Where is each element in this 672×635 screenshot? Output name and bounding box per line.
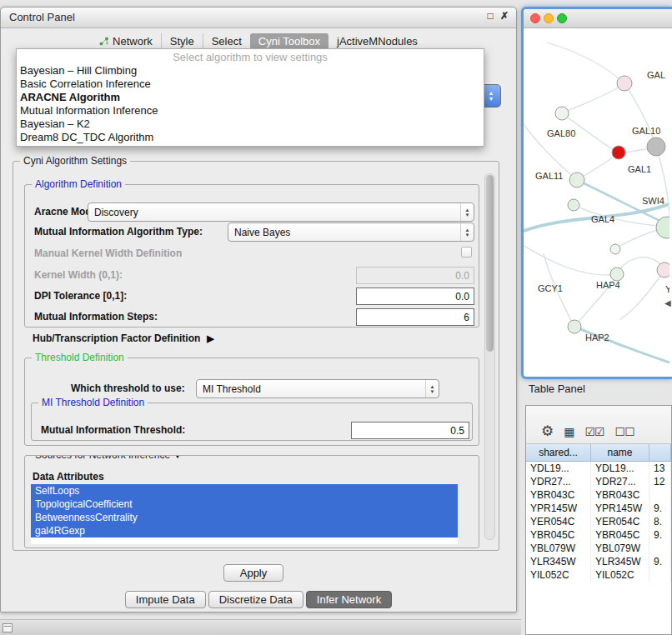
table-cell: YDL19... [526,462,591,475]
network-edge [547,42,624,83]
unchecked-boxes-icon[interactable]: ☐☐ [615,425,634,438]
aracne-mode-select[interactable]: Discovery [88,202,474,222]
attribute-list-item[interactable]: TopologicalCoefficient [31,498,458,511]
table-cell [649,542,671,555]
algorithm-option[interactable]: Bayesian – K2 [17,118,484,131]
network-canvas[interactable]: GALGAL80GAL10GAL11GAL1SWI4GAL4GCY1HAP4YH… [524,28,669,378]
table-cell: YPR145W [591,502,649,515]
network-node[interactable] [555,107,569,120]
tab-select[interactable]: Select [203,33,250,49]
column-header[interactable]: name [591,444,649,462]
mi-steps-input[interactable] [356,308,474,326]
table-row[interactable]: YBL079WYBL079W [526,542,671,555]
close-window-icon[interactable] [499,10,510,23]
panel-toggle-icon[interactable] [3,623,13,632]
table-row[interactable]: YDR27...YDR27...12 [526,475,671,488]
network-node-label: GAL [647,70,665,80]
algorithm-option[interactable]: Basic Correlation Inference [17,78,484,91]
tab-style[interactable]: Style [161,33,203,49]
table-row[interactable]: YBR045CYBR045C9. [526,528,671,542]
network-node[interactable] [610,268,624,281]
table-cell [649,568,671,582]
network-icon [99,37,109,46]
splitter-collapse-icon[interactable] [664,298,671,308]
tab-network[interactable]: Network [91,33,161,49]
checked-boxes-icon[interactable]: ☑☑ [584,425,604,438]
network-edge [617,258,663,274]
manual-kernel-label: Manual Kernel Width Definition [34,248,182,259]
attribute-list-item[interactable]: gal4RGexp [31,524,458,538]
threshold-definition-title: Threshold Definition [32,352,128,363]
algorithm-placeholder-option[interactable]: Select algorithm to view settings [17,51,484,64]
network-node[interactable] [568,199,579,211]
mi-type-value: Naive Bayes [228,227,460,238]
settings-scrollbar[interactable] [484,173,495,540]
network-node-label: GAL10 [632,126,660,136]
table-cell: 9. [649,555,671,568]
bottom-tab-impute-data[interactable]: Impute Data [125,591,206,608]
window-zoom-button[interactable] [557,13,567,23]
tab-label: jActiveMNodules [337,35,418,48]
network-edge [524,246,610,275]
table-cell: YBL079W [591,542,649,555]
scrollbar-thumb[interactable] [486,175,494,352]
network-window-titlebar [524,9,672,28]
algorithm-definition-title: Algorithm Definition [32,178,125,190]
mi-threshold-input[interactable] [351,422,469,439]
column-header[interactable] [649,444,671,462]
bottom-tab-infer-network[interactable]: Infer Network [306,591,392,608]
tab-label: Cyni Toolbox [258,35,320,48]
table-row[interactable]: YLR345WYLR345W9. [526,555,671,568]
column-header[interactable]: shared... [526,444,591,462]
table-cell [649,488,671,502]
table-row[interactable]: YPR145WYPR145W9. [526,502,671,515]
tab-cyni-toolbox[interactable]: Cyni Toolbox [250,33,328,49]
table-cell: YLR345W [526,555,591,568]
algorithm-option[interactable]: Bayesian – Hill Climbing [17,64,484,78]
combo-arrows-icon [460,203,474,221]
tab-label: Network [113,35,153,48]
sources-title-row[interactable]: Sources for Network Inference [32,455,185,461]
network-node-label: GAL11 [535,171,563,181]
hub-definition-expander[interactable]: Hub/Transcription Factor Definition [33,332,214,344]
which-threshold-label: Which threshold to use: [71,382,185,394]
manual-kernel-checkbox[interactable] [461,247,472,258]
algorithm-option[interactable]: Mutual Information Inference [17,104,484,118]
table-cell: YDR27... [591,475,649,488]
network-node[interactable] [568,320,581,333]
table-row[interactable]: YER054CYER054C8. [526,515,671,528]
network-node[interactable] [657,262,669,278]
bottom-tab-discretize-data[interactable]: Discretize Data [208,591,303,608]
network-node[interactable] [647,138,665,156]
tab-bar: NetworkStyleSelectCyni ToolboxjActiveMNo… [1,32,516,50]
attribute-list-item[interactable]: SelfLoops [31,484,458,498]
table-panel-window: ⚙▦☑☑☐☐ shared...name YDL19...YDL19...13Y… [525,405,672,635]
window-close-button[interactable] [530,13,540,23]
gear-icon[interactable]: ⚙ [541,425,553,438]
settings-group-title: Cyni Algorithm Settings [20,155,130,167]
network-node[interactable] [612,146,625,159]
mi-type-select[interactable]: Naive Bayes [228,222,474,242]
table-row[interactable]: YIL052CYIL052C [526,568,671,582]
float-window-icon[interactable] [484,10,496,23]
columns-icon[interactable]: ▦ [564,425,574,438]
attribute-list-item[interactable]: BetweennessCentrality [31,511,458,524]
table-cell: YDL19... [591,462,649,475]
tab-jactivemnodules[interactable]: jActiveMNodules [328,33,426,49]
algorithm-option[interactable]: Dream8 DC_TDC Algorithm [17,131,484,144]
table-cell: YER054C [526,515,591,528]
hub-definition-label: Hub/Transcription Factor Definition [33,332,200,344]
algorithm-option[interactable]: ARACNE Algorithm [17,91,484,104]
table-row[interactable]: YDL19...YDL19...13 [526,462,671,475]
network-node[interactable] [610,244,620,254]
apply-button[interactable]: Apply [223,564,283,582]
combo-arrows-icon [460,223,474,241]
table-row[interactable]: YBR043CYBR043C [526,488,671,502]
network-node[interactable] [569,172,584,188]
collapse-down-icon [173,455,182,461]
table-cell: 8. [649,515,671,528]
which-threshold-select[interactable]: MI Threshold [196,379,439,398]
window-minimize-button[interactable] [544,13,554,23]
network-node[interactable] [617,76,632,91]
dpi-tolerance-input[interactable] [356,288,474,305]
